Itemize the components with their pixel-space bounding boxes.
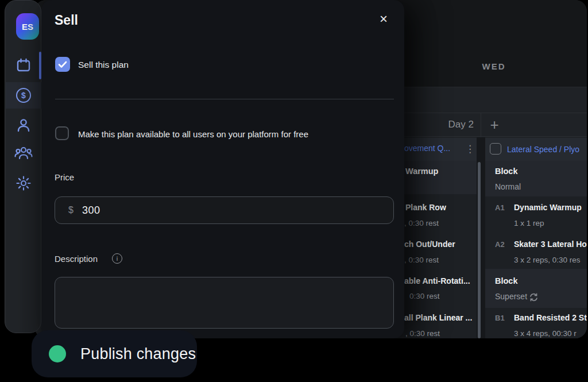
sidebar-item-profile[interactable]: [5, 112, 42, 138]
sidebar: ES $: [5, 0, 41, 333]
sell-plan-checkbox[interactable]: [55, 57, 70, 72]
exercise-tag: A2: [495, 240, 505, 249]
block-strip: [485, 269, 587, 308]
workout-card-day2: ovement Q... ⋮ Warmup Plank Row , 0:30 r…: [404, 138, 477, 338]
screen: WED Day 2 + ovement Q... ⋮ Warmup Plank …: [0, 0, 588, 382]
sidebar-item-settings[interactable]: [5, 170, 42, 196]
exercise-name[interactable]: Band Resisted 2 Step: [514, 313, 587, 322]
day-column-divider: [481, 113, 481, 137]
divider: [55, 99, 394, 99]
day-label: Day 2: [411, 119, 474, 130]
block-strip: [404, 161, 477, 194]
exercise-tag: A1: [495, 203, 505, 212]
exercise-name[interactable]: ch Out/Under: [404, 240, 455, 249]
block-title: Warmup: [405, 167, 438, 176]
block-title: Block: [495, 167, 518, 176]
sell-modal: Sell × Sell this plan Make this plan ava…: [41, 0, 404, 338]
free-plan-label: Make this plan available to all users on…: [78, 129, 308, 139]
exercise-detail: 3 x 4 reps, 00:30 r: [514, 329, 577, 338]
vertical-scrollbar[interactable]: [478, 162, 481, 338]
sidebar-item-sell[interactable]: $: [5, 82, 42, 109]
avatar[interactable]: ES: [16, 13, 39, 40]
workout-title-link[interactable]: ovement Q...: [404, 144, 450, 153]
price-input[interactable]: [82, 204, 358, 217]
weekday-header: WED: [459, 61, 528, 71]
publish-changes-button[interactable]: Publish changes: [32, 330, 197, 377]
info-icon: i: [112, 253, 122, 264]
price-label: Price: [55, 172, 74, 182]
exercise-detail: 0:30 rest: [409, 292, 440, 300]
workout-checkbox[interactable]: [490, 143, 501, 155]
person-icon: [16, 117, 32, 133]
modal-title: Sell: [55, 13, 78, 28]
description-label: Description: [55, 254, 98, 264]
exercise-tag: B1: [495, 314, 505, 322]
exercise-detail: , 0:30 rest: [404, 256, 439, 264]
kebab-menu-icon[interactable]: ⋮: [465, 142, 475, 156]
free-plan-checkbox[interactable]: [55, 126, 69, 140]
exercise-detail: , 0:30 rest: [405, 329, 440, 338]
description-textarea[interactable]: [55, 277, 394, 329]
block-title: Block: [495, 276, 518, 285]
exercise-name[interactable]: all Plank Linear ...: [404, 313, 472, 322]
workout-card-next: Lateral Speed / Plyo Block Normal A1 Dyn…: [485, 138, 587, 338]
sidebar-item-calendar[interactable]: [5, 52, 42, 79]
publish-changes-label: Publish changes: [80, 345, 196, 363]
block-subtitle: Superset: [495, 292, 527, 301]
exercise-name[interactable]: Skater 3 Lateral Hop: [514, 240, 587, 249]
workout-title-link[interactable]: Lateral Speed / Plyo: [507, 145, 579, 154]
exercise-name[interactable]: Dynamic Warmup: [514, 203, 582, 212]
add-day-button[interactable]: +: [485, 115, 504, 135]
dollar-icon: $: [16, 88, 31, 103]
sidebar-item-clients[interactable]: [5, 140, 42, 166]
exercise-detail: 1 x 1 rep: [514, 219, 544, 227]
price-field[interactable]: $: [55, 196, 394, 224]
status-dot-icon: [49, 345, 66, 362]
gear-icon: [16, 175, 32, 191]
calendar-icon: [16, 57, 32, 74]
close-icon[interactable]: ×: [374, 10, 393, 29]
exercise-detail: , 0:30 rest: [404, 219, 439, 227]
exercise-detail: 3 x 2 reps, 0:30 res: [514, 256, 581, 264]
block-subtitle: Normal: [495, 182, 521, 191]
currency-symbol: $: [68, 205, 74, 215]
people-icon: [14, 145, 33, 160]
sell-plan-label: Sell this plan: [78, 60, 129, 70]
check-icon: [58, 61, 67, 68]
exercise-name[interactable]: able Anti-Rotati...: [404, 276, 470, 285]
superset-cycle-icon: [529, 293, 539, 302]
exercise-name[interactable]: Plank Row: [405, 203, 446, 212]
